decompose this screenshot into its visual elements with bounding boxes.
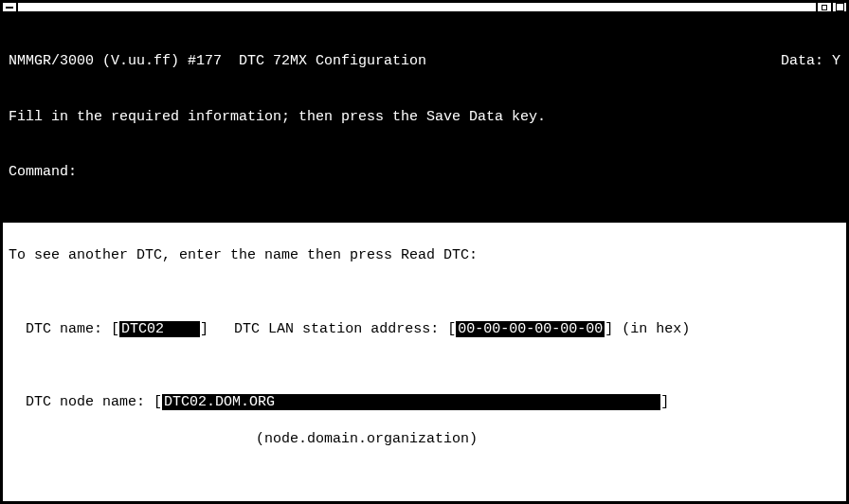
data-value: Y: [832, 53, 840, 69]
screen-title: DTC 72MX Configuration: [239, 53, 426, 69]
node-name-label: DTC node name:: [26, 394, 145, 410]
dtc-name-label: DTC name:: [26, 321, 102, 337]
app-window: NMMGR/3000 (V.uu.ff) #177 DTC 72MX Confi…: [0, 0, 849, 504]
content-area: To see another DTC, enter the name then …: [3, 223, 846, 505]
dtc-name-input[interactable]: DTC02: [119, 321, 200, 337]
lan-addr-hint: (in hex): [622, 321, 690, 337]
command-label: Command:: [9, 163, 840, 182]
window-titlebar: [3, 3, 846, 13]
lan-addr-input[interactable]: 00-00-00-00-00-00: [456, 321, 605, 337]
lan-addr-label: DTC LAN station address:: [234, 321, 439, 337]
program-id: NMMGR/3000 (V.uu.ff) #177: [9, 53, 222, 69]
titlebar-spacer: [18, 3, 816, 11]
system-menu-icon[interactable]: [3, 3, 18, 11]
minimize-icon[interactable]: [816, 3, 831, 11]
maximize-icon[interactable]: [831, 3, 846, 11]
node-name-hint: (node.domain.organization): [256, 431, 478, 447]
screen-header: NMMGR/3000 (V.uu.ff) #177 DTC 72MX Confi…: [3, 13, 846, 223]
read-dtc-hint: To see another DTC, enter the name then …: [9, 246, 840, 265]
node-name-input[interactable]: DTC02.DOM.ORG: [162, 394, 660, 410]
data-label: Data:: [781, 53, 823, 69]
header-hint: Fill in the required information; then p…: [9, 108, 840, 127]
